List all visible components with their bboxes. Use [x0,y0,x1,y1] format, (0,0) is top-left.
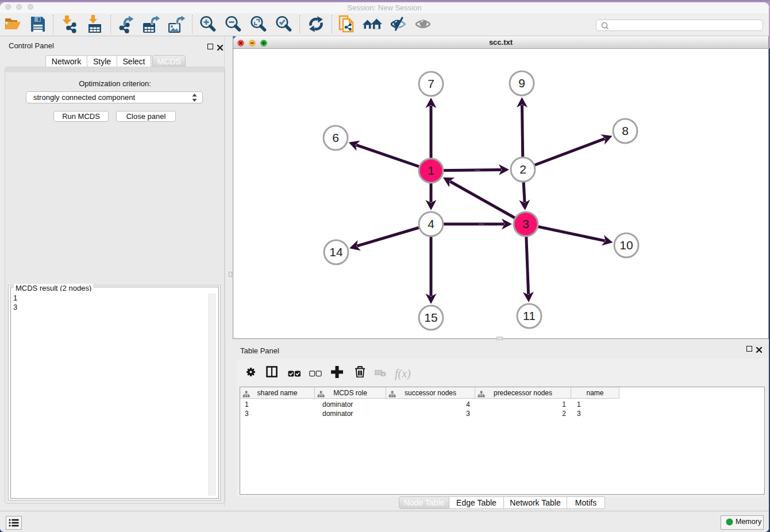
svg-text:4: 4 [428,217,434,230]
svg-text:11: 11 [523,309,536,322]
svg-text:3: 3 [522,217,529,230]
svg-text:1: 1 [428,164,434,177]
svg-text:10: 10 [619,238,633,252]
svg-text:7: 7 [428,77,434,90]
svg-text:14: 14 [329,245,343,259]
svg-text:9: 9 [518,76,525,90]
svg-text:2: 2 [519,163,526,176]
svg-text:6: 6 [332,131,339,144]
svg-text:15: 15 [424,311,437,324]
svg-text:8: 8 [622,124,629,137]
